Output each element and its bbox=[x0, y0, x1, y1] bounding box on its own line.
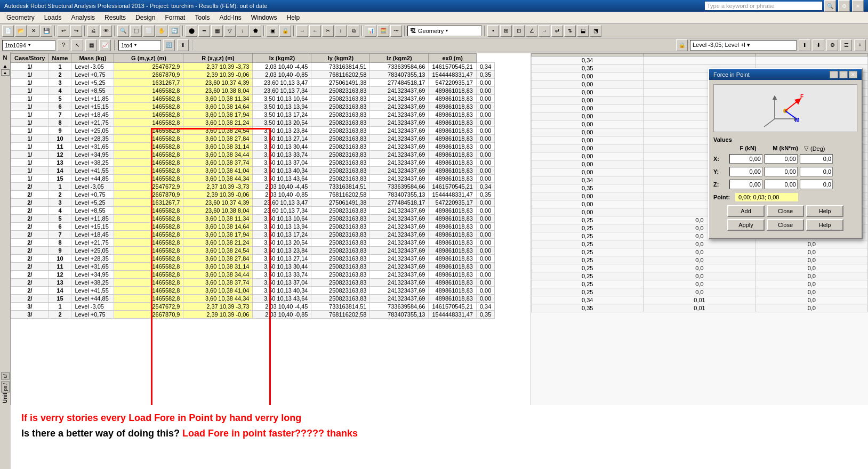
table-cell: 0,00 bbox=[476, 207, 494, 215]
my-input[interactable] bbox=[765, 167, 798, 176]
apply-button[interactable]: Apply bbox=[727, 219, 765, 231]
table-cell: 241323437,69 bbox=[370, 135, 429, 143]
dx-input[interactable] bbox=[800, 154, 833, 164]
table-cell: 1/ bbox=[11, 119, 49, 127]
data-table-wrapper[interactable]: Case/Story Name Mass (kg) G (m,y,z) (m) … bbox=[11, 53, 531, 405]
dialog-minimize-button[interactable]: _ bbox=[830, 71, 838, 78]
cursor-btn[interactable]: ↖ bbox=[71, 39, 83, 51]
angle-button[interactable]: ∠ bbox=[526, 25, 537, 37]
settings-button[interactable]: ⚙ bbox=[838, 0, 850, 12]
dz-input[interactable] bbox=[800, 180, 833, 189]
mx-input[interactable] bbox=[765, 154, 798, 164]
menu-item-help[interactable]: Help bbox=[283, 13, 304, 22]
table-cell: Level +34,95 bbox=[71, 271, 114, 279]
close-button-1[interactable]: Close bbox=[767, 205, 804, 217]
search-button[interactable]: 🔍 bbox=[824, 0, 836, 12]
mz-input[interactable] bbox=[765, 180, 798, 189]
zoom-button[interactable]: 🔍 bbox=[117, 25, 129, 37]
tab-0[interactable]: 0/ bbox=[1, 373, 10, 380]
calc-button[interactable]: 🧮 bbox=[377, 25, 389, 37]
dialog-close-button[interactable]: ✕ bbox=[849, 71, 857, 78]
export-btn[interactable]: ⬆ bbox=[177, 39, 189, 51]
table-cell: 277484518,17 bbox=[370, 79, 429, 87]
save-button[interactable]: 💾 bbox=[41, 25, 52, 37]
zoom-area-button[interactable]: ⬚ bbox=[130, 25, 142, 37]
grid-button[interactable]: ⊡ bbox=[513, 25, 525, 37]
table-btn[interactable]: ▦ bbox=[85, 39, 97, 51]
rotate-button[interactable]: 🔄 bbox=[168, 25, 180, 37]
geometry-dropdown[interactable]: 🏗 Geometry ▾ bbox=[407, 26, 482, 36]
level-dropdown[interactable]: Level -3,05; Level +l ▾ bbox=[690, 40, 797, 51]
menu-item-design[interactable]: Design bbox=[131, 13, 159, 22]
display-button[interactable]: ▣ bbox=[267, 25, 278, 37]
lock-button[interactable]: 🔒 bbox=[279, 25, 291, 37]
move-button[interactable]: ↕ bbox=[335, 25, 347, 37]
search-input[interactable] bbox=[705, 2, 822, 10]
help-btn[interactable]: ? bbox=[58, 39, 69, 51]
flip-button[interactable]: ⇄ bbox=[551, 25, 563, 37]
close-button-2[interactable]: Close bbox=[767, 219, 804, 231]
calc-btn2[interactable]: 🔢 bbox=[163, 39, 175, 51]
select-button[interactable]: ⬜ bbox=[143, 25, 155, 37]
new-button[interactable]: 📄 bbox=[2, 25, 14, 37]
dialog-maximize-button[interactable]: □ bbox=[839, 71, 848, 78]
arrow2-button[interactable]: → bbox=[539, 25, 550, 37]
help-button-2[interactable]: Help bbox=[806, 219, 843, 231]
pan-button[interactable]: ✋ bbox=[156, 25, 167, 37]
results-button[interactable]: 📊 bbox=[365, 25, 376, 37]
snap-button[interactable]: ⊞ bbox=[500, 25, 512, 37]
element-button[interactable]: ▦ bbox=[211, 25, 223, 37]
menu-item-results[interactable]: Results bbox=[100, 13, 130, 22]
close-button[interactable]: ✕ bbox=[852, 0, 864, 12]
chart-btn[interactable]: 📈 bbox=[99, 39, 111, 51]
scroll-up-button[interactable]: ▲ bbox=[1, 69, 10, 76]
table-cell: 2,03 10,40 -4,45 bbox=[253, 303, 311, 311]
menu-item-windows[interactable]: Windows bbox=[247, 13, 282, 22]
menu-item-analysis[interactable]: Analysis bbox=[67, 13, 99, 22]
table-cell: 489861018,83 bbox=[429, 111, 476, 119]
arrow-left-button[interactable]: ← bbox=[309, 25, 321, 37]
table-cell: 0,35 bbox=[476, 311, 494, 319]
undo-button[interactable]: ↩ bbox=[58, 25, 69, 37]
scissors-button[interactable]: ✂ bbox=[322, 25, 334, 37]
load-button[interactable]: ↓ bbox=[237, 25, 248, 37]
help-button-1[interactable]: Help bbox=[806, 205, 843, 217]
print-preview-button[interactable]: 👁 bbox=[100, 25, 112, 37]
menu-item-loads[interactable]: Loads bbox=[40, 13, 66, 22]
level-list-btn[interactable]: ☰ bbox=[840, 39, 852, 51]
copy-button[interactable]: ⧉ bbox=[348, 25, 359, 37]
wave-button[interactable]: 〜 bbox=[390, 25, 402, 37]
frame-button[interactable]: ⬓ bbox=[577, 25, 589, 37]
cases-dropdown[interactable]: 1to4 ▾ bbox=[118, 40, 161, 51]
redo-button[interactable]: ↪ bbox=[70, 25, 82, 37]
table-cell: 3,60 10,38 14,64 bbox=[183, 223, 253, 231]
back-button[interactable]: ⬔ bbox=[590, 25, 601, 37]
level-up-btn[interactable]: ⬆ bbox=[799, 39, 810, 51]
node-icon-btn[interactable]: • bbox=[487, 25, 499, 37]
dy-input[interactable] bbox=[800, 167, 833, 176]
print-button[interactable]: 🖨 bbox=[87, 25, 99, 37]
menu-item-tools[interactable]: Tools bbox=[190, 13, 214, 22]
support-button[interactable]: ▽ bbox=[224, 25, 236, 37]
menu-item-addins[interactable]: Add-Ins bbox=[215, 13, 245, 22]
table-cell: 250823163,83 bbox=[311, 271, 370, 279]
menu-item-format[interactable]: Format bbox=[160, 13, 189, 22]
level-settings-btn[interactable]: ⚙ bbox=[826, 39, 838, 51]
bar-button[interactable]: ━ bbox=[198, 25, 210, 37]
close-file-button[interactable]: ✕ bbox=[28, 25, 39, 37]
add-button[interactable]: Add bbox=[727, 205, 765, 217]
tab-ps[interactable]: ps / bbox=[1, 382, 10, 393]
menu-item-geometry[interactable]: Geometry bbox=[2, 13, 39, 22]
mirror-button[interactable]: ⇅ bbox=[564, 25, 576, 37]
fz-input[interactable] bbox=[729, 180, 762, 189]
node-button[interactable]: ⬤ bbox=[186, 25, 197, 37]
fy-input[interactable] bbox=[729, 167, 762, 176]
open-button[interactable]: 📂 bbox=[15, 25, 27, 37]
selection-dropdown[interactable]: 1to1094 ▾ bbox=[2, 40, 55, 51]
material-button[interactable]: ⬟ bbox=[250, 25, 261, 37]
level-add-btn[interactable]: + bbox=[854, 39, 866, 51]
level-dn-btn[interactable]: ⬇ bbox=[813, 39, 824, 51]
fx-input[interactable] bbox=[729, 154, 762, 164]
level-lock-btn[interactable]: 🔒 bbox=[676, 39, 688, 51]
arrow-right-button[interactable]: → bbox=[296, 25, 308, 37]
